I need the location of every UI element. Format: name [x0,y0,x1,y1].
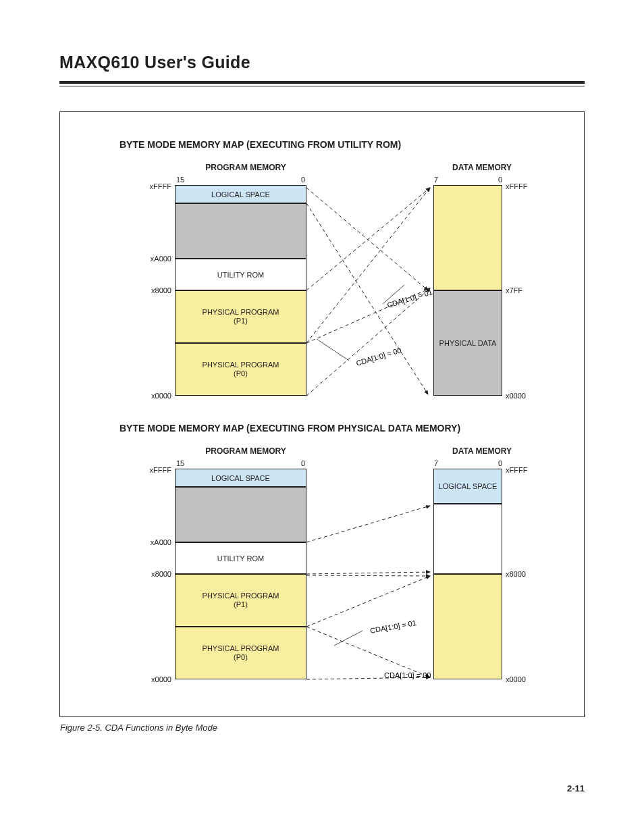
map2-data-lower [433,574,502,679]
map2-p1: PHYSICAL PROGRAM (P1) [175,574,306,627]
map2-bit15: 15 [176,459,184,467]
map1-grey-block [175,203,306,259]
figure-caption: Figure 2-5. CDA Functions in Byte Mode [60,723,217,733]
map1-bit0r: 0 [498,176,502,184]
map2-bit0: 0 [301,459,305,467]
map1-addr-r-xFFFF: xFFFF [506,182,536,190]
svg-line-13 [306,627,430,677]
page-title: MAXQ610 User's Guide [59,53,250,72]
map2-p1-l2: (P1) [234,600,248,609]
page-number: 2-11 [567,783,585,793]
horizontal-rule-thin [59,86,585,86]
map2-cda00: CDA[1:0] = 00 [384,671,431,679]
map2-p0-l1: PHYSICAL PROGRAM [203,644,279,653]
map1-cda01: CDA[1:0] = 01 [386,288,433,309]
map1-addr-xFFFF: xFFFF [141,182,171,190]
svg-line-9 [306,572,430,574]
map1-addr-r-x7FF: x7FF [506,286,536,294]
map1-data-upper [433,185,502,290]
map2-addr-xA000: xA000 [141,538,171,546]
map2-p0: PHYSICAL PROGRAM (P0) [175,627,306,679]
svg-line-5 [306,203,428,394]
svg-line-14 [334,631,363,646]
svg-line-10 [306,576,430,627]
map1-addr-x8000: x8000 [141,286,171,294]
map1-bit15: 15 [176,176,184,184]
svg-line-0 [306,188,430,343]
map2-title: BYTE MODE MEMORY MAP (EXECUTING FROM PHY… [119,423,460,434]
svg-line-3 [306,288,430,343]
horizontal-rule-thick [59,81,585,84]
map1-p0-l1: PHYSICAL PROGRAM [203,361,279,369]
map2-data-logical: LOGICAL SPACE [433,469,502,504]
svg-line-2 [306,188,430,290]
figure-frame: BYTE MODE MEMORY MAP (EXECUTING FROM UTI… [59,111,585,717]
map1-p0: PHYSICAL PROGRAM (P0) [175,343,306,396]
svg-line-6 [317,339,349,361]
map2-arrows: CDA[1:0] = 00 CDA[1:0] = 01 [60,416,584,700]
map1-p1: PHYSICAL PROGRAM (P1) [175,290,306,343]
map1-cda00: CDA[1:0] = 00 [355,346,402,367]
map1-utility-rom: UTILITY ROM [175,259,306,290]
map1-title: BYTE MODE MEMORY MAP (EXECUTING FROM UTI… [119,139,401,150]
map2-logical-space: LOGICAL SPACE [175,469,306,487]
map1-addr-r-x0000: x0000 [506,392,536,400]
map2-utility-rom: UTILITY ROM [175,542,306,574]
svg-line-7 [383,285,404,304]
map2-data-title: DATA MEMORY [448,446,516,456]
map2-grey-block [175,487,306,542]
svg-line-4 [306,188,428,290]
map2-p1-l1: PHYSICAL PROGRAM [203,592,279,600]
map2-addr-xFFFF: xFFFF [141,466,171,474]
map1-bit7: 7 [434,176,438,184]
map1-data-title: DATA MEMORY [448,163,516,172]
map2-bit0r: 0 [498,459,502,467]
map1-logical-space: LOGICAL SPACE [175,185,306,203]
map2-p0-l2: (P0) [234,653,248,662]
map1-addr-xA000: xA000 [141,255,171,263]
map2-bit7: 7 [434,459,438,467]
map2-cda01: CDA[1:0] = 01 [369,619,417,635]
map2-addr-x8000: x8000 [141,570,171,578]
map1-p1-l1: PHYSICAL PROGRAM [203,308,279,317]
map2-addr-r-xFFFF: xFFFF [506,466,536,474]
map1-addr-x0000: x0000 [141,392,171,400]
svg-line-1 [306,288,430,396]
map2-addr-r-x0000: x0000 [506,675,536,683]
map1-p1-l2: (P1) [234,317,248,325]
map2-addr-r-x8000: x8000 [506,570,536,578]
map1-physical-data: PHYSICAL DATA [433,290,502,396]
svg-line-8 [306,506,430,542]
map1-p0-l2: (P0) [234,369,248,378]
map2-addr-x0000: x0000 [141,675,171,683]
map1-prog-title: PROGRAM MEMORY [205,163,286,172]
map1-arrows: CDA[1:0] = 00 CDA[1:0] = 01 [60,112,584,416]
svg-line-11 [306,677,430,679]
map2-data-mid [433,504,502,574]
svg-line-12 [306,575,430,576]
map2-prog-title: PROGRAM MEMORY [205,446,286,456]
map1-bit0: 0 [301,176,305,184]
